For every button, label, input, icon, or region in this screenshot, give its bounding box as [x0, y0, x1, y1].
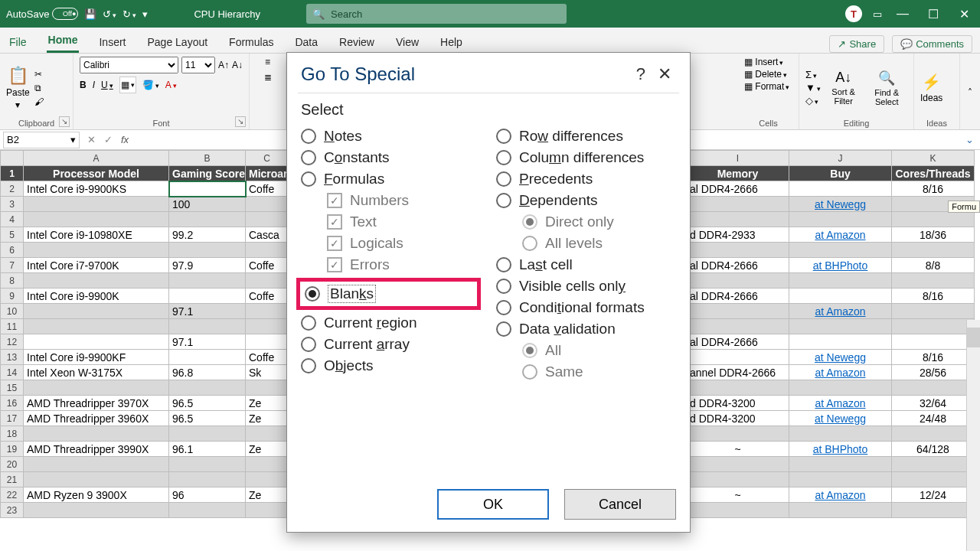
opt-last-cell[interactable]: Last cell [496, 256, 676, 273]
enter-formula-icon[interactable]: ✓ [100, 134, 116, 145]
copy-icon[interactable]: ⧉ [34, 83, 44, 93]
opt-same: Same [522, 364, 676, 380]
opt-current-region[interactable]: Current region [301, 315, 481, 331]
tab-help[interactable]: Help [439, 31, 464, 53]
font-color-button[interactable]: A [165, 80, 177, 90]
align-top-icon[interactable]: ≡ [265, 57, 270, 67]
group-label-clipboard: Clipboard [6, 119, 67, 128]
close-window-button[interactable]: ✕ [954, 7, 974, 21]
opt-precedents[interactable]: Precedents [496, 171, 676, 187]
clipboard-launcher[interactable]: ↘ [59, 116, 70, 127]
paste-button[interactable]: 📋 Paste ▾ [6, 66, 30, 110]
format-painter-icon[interactable]: 🖌 [34, 96, 44, 107]
opt-row-diff[interactable]: Row differences [496, 128, 676, 145]
goto-special-dialog: Go To Special ? ✕ Select Notes Constants… [286, 52, 691, 533]
group-label-ideas: Ideas [920, 119, 953, 128]
dialog-section-label: Select [287, 96, 690, 123]
find-icon: 🔍 [878, 70, 895, 86]
tooltip: Formu [948, 201, 980, 213]
dialog-help-icon[interactable]: ? [629, 64, 653, 84]
opt-notes[interactable]: Notes [301, 128, 481, 145]
ideas-button[interactable]: ⚡ Ideas [920, 73, 942, 103]
title-bar: AutoSave Off ● 💾 ↺ ↻ ▾ CPU Hierarchy 🔍 S… [0, 0, 980, 28]
fill-color-button[interactable]: 🪣 [142, 80, 159, 90]
opt-dependents[interactable]: Dependents [496, 192, 676, 209]
comments-button[interactable]: 💬 Comments [892, 35, 972, 53]
font-size-select[interactable]: 11 [181, 57, 215, 73]
user-avatar[interactable]: T [845, 5, 862, 22]
vertical-scrollbar[interactable] [966, 320, 980, 551]
opt-logicals: ✓Logicals [327, 235, 481, 252]
undo-icon[interactable]: ↺ [103, 8, 116, 20]
border-button[interactable]: ▦ [119, 77, 136, 93]
font-name-select[interactable]: Calibri [80, 57, 178, 73]
font-launcher[interactable]: ↘ [235, 116, 246, 127]
cancel-button[interactable]: Cancel [564, 489, 676, 520]
autosave-state: Off [63, 10, 72, 18]
opt-blanks[interactable]: Blanks [305, 285, 423, 303]
search-icon: 🔍 [312, 8, 325, 20]
search-box[interactable]: 🔍 Search [306, 4, 567, 24]
opt-col-diff[interactable]: Column differences [496, 149, 676, 166]
chevron-down-icon: ▾ [70, 134, 76, 145]
highlight-box: Blanks [296, 278, 481, 310]
dialog-close-icon[interactable]: ✕ [653, 64, 676, 84]
opt-current-array[interactable]: Current array [301, 336, 481, 353]
ribbon-tabs: File Home Insert Page Layout Formulas Da… [0, 28, 980, 54]
opt-objects[interactable]: Objects [301, 357, 481, 374]
redo-icon[interactable]: ↻ [122, 8, 136, 20]
fill-icon[interactable]: ▼ [805, 82, 821, 93]
tab-page-layout[interactable]: Page Layout [145, 31, 209, 53]
opt-cond-formats[interactable]: Conditional formats [496, 299, 676, 316]
name-box[interactable]: B2▾ [3, 132, 80, 148]
group-label-editing: Editing [805, 119, 907, 128]
cancel-formula-icon[interactable]: ✕ [83, 134, 100, 145]
italic-button[interactable]: I [93, 80, 95, 90]
sort-icon: A↓ [835, 70, 851, 86]
tab-view[interactable]: View [394, 31, 420, 53]
opt-all-levels: All levels [522, 235, 676, 252]
opt-visible[interactable]: Visible cells only [496, 278, 676, 295]
tab-review[interactable]: Review [338, 31, 376, 53]
opt-numbers: ✓Numbers [327, 192, 481, 209]
ok-button[interactable]: OK [437, 489, 549, 520]
opt-all: All [522, 342, 676, 359]
opt-constants[interactable]: Constants [301, 149, 481, 166]
paste-icon: 📋 [8, 66, 28, 86]
group-label-font: Font [80, 119, 243, 128]
autosum-icon[interactable]: Σ [805, 69, 821, 80]
maximize-button[interactable]: ☐ [923, 7, 943, 21]
tab-file[interactable]: File [8, 31, 28, 53]
expand-formula-bar-icon[interactable]: ⌄ [959, 134, 980, 145]
decrease-font-icon[interactable]: A↓ [232, 60, 243, 70]
tab-home[interactable]: Home [47, 29, 80, 53]
sort-filter-button[interactable]: A↓ Sort & Filter [825, 70, 862, 106]
tab-formulas[interactable]: Formulas [227, 31, 275, 53]
collapse-ribbon-icon[interactable]: ˄ [968, 87, 972, 98]
align-left-icon[interactable]: ≣ [264, 72, 272, 83]
tab-data[interactable]: Data [293, 31, 319, 53]
increase-font-icon[interactable]: A↑ [218, 60, 229, 70]
clear-icon[interactable]: ◇ [805, 95, 821, 106]
opt-data-validation[interactable]: Data validation [496, 321, 676, 337]
opt-text: ✓Text [327, 214, 481, 230]
tab-insert[interactable]: Insert [97, 31, 127, 53]
cells-insert[interactable]: ▦ Insert [744, 57, 783, 67]
autosave-toggle[interactable]: AutoSave Off ● [6, 8, 78, 20]
qat-customize-icon[interactable]: ▾ [142, 8, 148, 20]
fx-icon[interactable]: fx [116, 134, 133, 145]
minimize-button[interactable]: — [893, 7, 913, 21]
underline-button[interactable]: U [101, 80, 113, 90]
autosave-label: AutoSave [6, 8, 49, 20]
bold-button[interactable]: B [80, 80, 87, 90]
cells-delete[interactable]: ▦ Delete [744, 69, 787, 80]
opt-formulas[interactable]: Formulas [301, 171, 481, 187]
cut-icon[interactable]: ✂ [34, 69, 44, 80]
opt-errors: ✓Errors [327, 256, 481, 273]
dialog-title: Go To Special [301, 64, 415, 85]
find-select-button[interactable]: 🔍 Find & Select [866, 70, 907, 106]
cells-format[interactable]: ▦ Format [744, 81, 789, 92]
share-button[interactable]: ↗ Share [829, 35, 884, 53]
save-icon[interactable]: 💾 [84, 8, 96, 20]
ribbon-mode-icon[interactable]: ▭ [873, 8, 882, 20]
